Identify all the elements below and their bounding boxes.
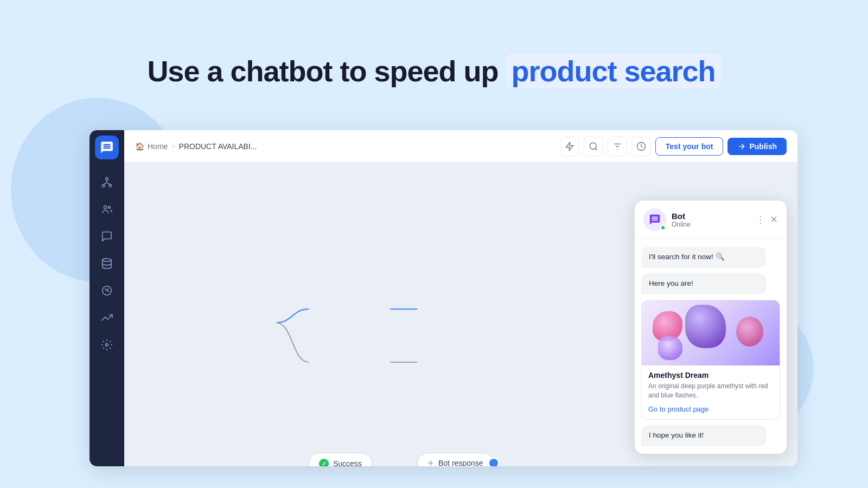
bot-response-label: Bot response [438,459,483,466]
sidebar-item-contacts[interactable] [95,197,119,221]
topbar: 🏠 Home > PRODUCT AVAILABI... T [124,130,797,163]
bot-name: Bot [672,211,750,221]
settings-icon [101,339,113,351]
chat-message-2: Here you are! [641,273,766,294]
search-button[interactable] [584,137,603,156]
history-icon [636,142,646,151]
online-indicator [660,225,666,230]
svg-point-0 [106,177,108,180]
trends-icon [101,312,113,324]
app-window: 🏠 Home > PRODUCT AVAILABI... T [90,130,797,466]
bot-info: Bot Online [672,211,750,228]
crystal-shape-2 [685,305,726,348]
headline-section: Use a chatbot to speed up product search [0,54,868,88]
chat-message-4: I hope you like it! [641,425,766,446]
headline-highlight: product search [506,54,721,88]
topbar-actions: Test your bot Publish [560,137,787,156]
send-icon: ✈ [427,459,434,466]
svg-line-4 [104,183,107,184]
flash-icon [565,142,575,151]
filter-button[interactable] [608,137,627,156]
chat-header: Bot Online ⋮ ✕ [635,201,787,239]
sidebar-item-org[interactable] [95,170,119,194]
product-link[interactable]: Go to product page [648,405,709,413]
chat-icon [101,230,113,242]
bot-avatar [643,208,666,231]
svg-point-10 [106,344,108,346]
svg-point-2 [109,184,112,187]
sidebar-item-database[interactable] [95,252,119,275]
chat-more-button[interactable]: ⋮ [756,214,765,226]
product-card-body: Amethyst Dream An original deep purple a… [642,365,780,420]
success-dot [319,459,329,466]
svg-point-7 [108,207,111,209]
test-bot-button[interactable]: Test your bot [655,137,724,156]
success-label: Success [333,459,362,466]
svg-point-8 [103,259,112,262]
search-icon [589,142,598,151]
svg-marker-11 [566,142,573,150]
crystal-shape-4 [658,336,682,360]
sidebar-item-chat[interactable] [95,224,119,248]
breadcrumb-home[interactable]: Home [148,142,168,151]
breadcrumb-separator: > [171,142,175,151]
breadcrumb: 🏠 Home > PRODUCT AVAILABI... [135,142,257,151]
flash-button[interactable] [560,137,579,156]
publish-button[interactable]: Publish [727,138,787,155]
sidebar-item-trends[interactable] [95,306,119,330]
org-icon [101,176,113,188]
product-image [642,300,780,365]
sidebar-item-settings[interactable] [95,333,119,357]
bot-avatar-icon [649,214,661,226]
chat-header-actions: ⋮ ✕ [756,214,778,226]
crystal-shape-3 [736,317,763,346]
sidebar [90,130,124,466]
node-connector-dot [488,457,500,466]
chat-message-1: I'll search for it now! 🔍 [641,247,766,268]
main-area: 🏠 Home > PRODUCT AVAILABI... T [124,130,797,466]
chat-close-button[interactable]: ✕ [770,214,778,226]
svg-line-13 [595,148,597,150]
svg-point-1 [102,184,105,187]
analytics-icon [101,285,113,297]
svg-point-6 [104,206,107,209]
chat-panel: Bot Online ⋮ ✕ I'll search for it now! 🔍… [635,201,787,454]
logo-icon [100,140,114,155]
publish-icon [737,142,746,151]
canvas-area: ow products Success ✈ Bot response Failu… [124,163,797,466]
filter-icon [612,142,622,151]
chat-messages: I'll search for it now! 🔍 Here you are! [635,239,787,454]
database-icon [101,258,113,269]
history-button[interactable] [631,137,651,156]
home-icon: 🏠 [135,142,144,151]
node-success[interactable]: Success [309,453,372,466]
product-card: Amethyst Dream An original deep purple a… [641,300,780,420]
product-description: An original deep purple amethyst with re… [648,382,773,400]
sidebar-item-analytics[interactable] [95,279,119,303]
node-bot-response[interactable]: ✈ Bot response [417,453,494,466]
product-name: Amethyst Dream [648,371,773,380]
headline-part1: Use a chatbot to speed up [147,55,498,87]
sidebar-logo[interactable] [95,136,119,159]
breadcrumb-current: PRODUCT AVAILABI... [179,142,257,151]
contacts-icon [101,203,113,215]
bot-status: Online [672,221,750,228]
svg-line-5 [107,183,110,184]
svg-point-12 [590,143,596,149]
